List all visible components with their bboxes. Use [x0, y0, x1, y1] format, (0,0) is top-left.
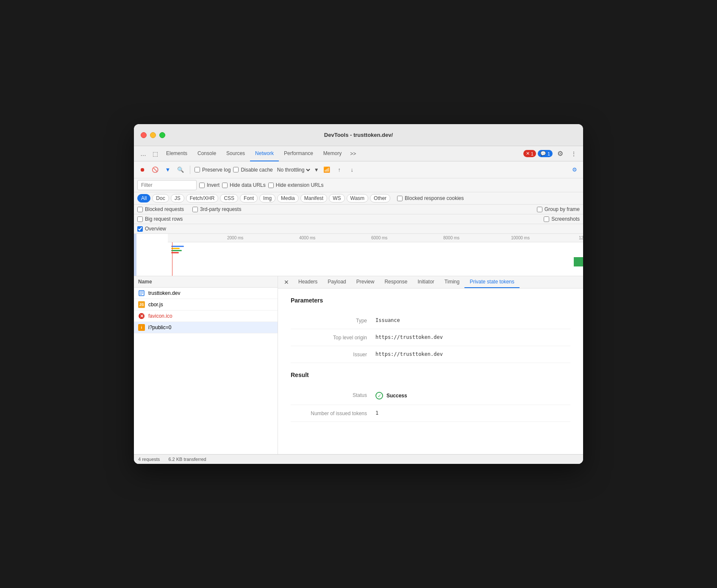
chip-fetch-xhr[interactable]: Fetch/XHR [186, 194, 219, 202]
blocked-cookies-label[interactable]: Blocked response cookies [397, 195, 464, 201]
tab-overflow[interactable]: >> [347, 151, 359, 157]
clear-button[interactable]: 🚫 [150, 165, 160, 175]
network-toolbar: ⏺ 🚫 ▼ 🔍 Preserve log Disable cache No th… [134, 161, 583, 178]
settings-network-icon[interactable]: ⚙ [570, 165, 580, 175]
blocked-requests-checkbox[interactable] [137, 207, 143, 212]
download-icon[interactable]: ↓ [347, 165, 357, 175]
detail-tab-preview[interactable]: Preview [351, 276, 380, 288]
status-label: Status [291, 392, 375, 398]
screenshots-label[interactable]: Screenshots [544, 216, 580, 222]
hide-extension-urls-label[interactable]: Hide extension URLs [268, 182, 324, 188]
tab-performance[interactable]: Performance [279, 146, 318, 161]
chip-doc[interactable]: Doc [152, 194, 169, 202]
invert-label[interactable]: Invert [199, 182, 220, 188]
hide-extension-urls-text: Hide extension URLs [276, 182, 324, 188]
error-badge[interactable]: ✕ 1 [523, 150, 536, 157]
issuer-row: Issuer https://trusttoken.dev [291, 346, 570, 363]
devtools-body: … ⬚ Elements Console Sources Network Per… [134, 146, 583, 464]
detail-tab-initiator[interactable]: Initiator [412, 276, 439, 288]
overview-checkbox[interactable] [137, 226, 143, 232]
vertical-marker [172, 242, 172, 276]
detail-tab-response[interactable]: Response [379, 276, 412, 288]
tab-memory[interactable]: Memory [318, 146, 347, 161]
filter-input[interactable] [137, 180, 197, 190]
doc-icon [138, 290, 145, 297]
chip-media[interactable]: Media [277, 194, 299, 202]
status-row: Status ✓ Success [291, 387, 570, 405]
request-item-favicon[interactable]: ✕ favicon.ico [134, 311, 278, 322]
preserve-log-label[interactable]: Preserve log [195, 167, 231, 173]
settings-icon[interactable]: ⚙ [554, 148, 566, 160]
blocked-cookies-checkbox[interactable] [397, 196, 403, 201]
js-icon: JS [138, 301, 145, 308]
big-rows-checkbox[interactable] [137, 216, 143, 222]
tab-console[interactable]: Console [192, 146, 221, 161]
request-item-ipublic[interactable]: i i?public=0 [134, 322, 278, 333]
chip-font[interactable]: Font [240, 194, 258, 202]
chip-wasm[interactable]: Wasm [347, 194, 369, 202]
msg-icon: 💬 [540, 151, 546, 156]
chip-other[interactable]: Other [370, 194, 390, 202]
filter-icon-button[interactable]: ▼ [163, 165, 173, 175]
disable-cache-checkbox[interactable] [233, 167, 239, 172]
cursor-tool-icon[interactable]: … [137, 148, 149, 160]
minimize-button[interactable] [150, 132, 156, 138]
inspect-icon[interactable]: ⬚ [149, 148, 161, 160]
more-menu-icon[interactable]: ⋮ [568, 148, 580, 160]
chip-all[interactable]: All [137, 194, 150, 202]
group-by-frame-checkbox[interactable] [537, 207, 542, 212]
wifi-icon[interactable]: 📶 [322, 165, 332, 175]
third-party-label[interactable]: 3rd-party requests [192, 206, 241, 212]
hide-data-urls-checkbox[interactable] [222, 183, 228, 188]
group-by-frame-label[interactable]: Group by frame [537, 206, 580, 212]
message-badge[interactable]: 💬 1 [538, 150, 553, 157]
detail-tab-headers[interactable]: Headers [293, 276, 322, 288]
chip-ws[interactable]: WS [329, 194, 345, 202]
detail-tab-payload[interactable]: Payload [322, 276, 351, 288]
tick-10000: 10000 ms [511, 236, 530, 240]
throttle-arrow[interactable]: ▼ [314, 167, 319, 173]
request-item-cbor[interactable]: JS cbor.js [134, 299, 278, 311]
detail-tabs: ✕ Headers Payload Preview Response Initi… [278, 276, 583, 288]
search-button[interactable]: 🔍 [175, 165, 186, 175]
throttle-select[interactable]: No throttling [275, 166, 311, 173]
hide-data-urls-label[interactable]: Hide data URLs [222, 182, 266, 188]
parameters-title: Parameters [291, 297, 570, 304]
third-party-checkbox[interactable] [192, 207, 198, 212]
hide-extension-urls-checkbox[interactable] [268, 183, 274, 188]
success-icon: ✓ [375, 392, 383, 399]
chip-manifest[interactable]: Manifest [300, 194, 327, 202]
invert-checkbox[interactable] [199, 183, 205, 188]
top-level-origin-row: Top level origin https://trusttoken.dev [291, 329, 570, 346]
close-button[interactable] [141, 132, 147, 138]
close-detail-button[interactable]: ✕ [281, 277, 292, 287]
tick-12000: 12000 [579, 236, 583, 240]
screenshots-checkbox[interactable] [544, 216, 549, 222]
tab-network[interactable]: Network [250, 146, 279, 161]
green-indicator [574, 257, 583, 266]
result-title: Result [291, 372, 570, 378]
disable-cache-label[interactable]: Disable cache [233, 167, 272, 173]
filter-row: Invert Hide data URLs Hide extension URL… [134, 178, 583, 192]
chip-css[interactable]: CSS [220, 194, 238, 202]
overview-label[interactable]: Overview [137, 226, 166, 232]
chip-img[interactable]: Img [259, 194, 275, 202]
big-rows-label[interactable]: Big request rows [137, 216, 183, 222]
maximize-button[interactable] [159, 132, 165, 138]
screenshots-text: Screenshots [551, 216, 580, 222]
titlebar: DevTools - trusttoken.dev/ [134, 124, 583, 146]
tab-sources[interactable]: Sources [221, 146, 250, 161]
big-rows-text: Big request rows [145, 216, 183, 222]
tab-elements[interactable]: Elements [161, 146, 192, 161]
stop-recording-button[interactable]: ⏺ [137, 165, 147, 175]
blocked-requests-label[interactable]: Blocked requests [137, 206, 184, 212]
request-item-trusttoken[interactable]: trusttoken.dev [134, 288, 278, 299]
devtools-window: DevTools - trusttoken.dev/ … ⬚ Elements … [134, 124, 583, 464]
upload-icon[interactable]: ↑ [334, 165, 345, 175]
preserve-log-checkbox[interactable] [195, 167, 200, 172]
result-table: Status ✓ Success Number of issued tokens… [291, 387, 570, 422]
chip-js[interactable]: JS [171, 194, 184, 202]
detail-tab-timing[interactable]: Timing [439, 276, 465, 288]
detail-tab-private-state-tokens[interactable]: Private state tokens [464, 276, 519, 288]
timeline-container: 2000 ms 4000 ms 6000 ms 8000 ms 10000 ms… [134, 234, 583, 276]
